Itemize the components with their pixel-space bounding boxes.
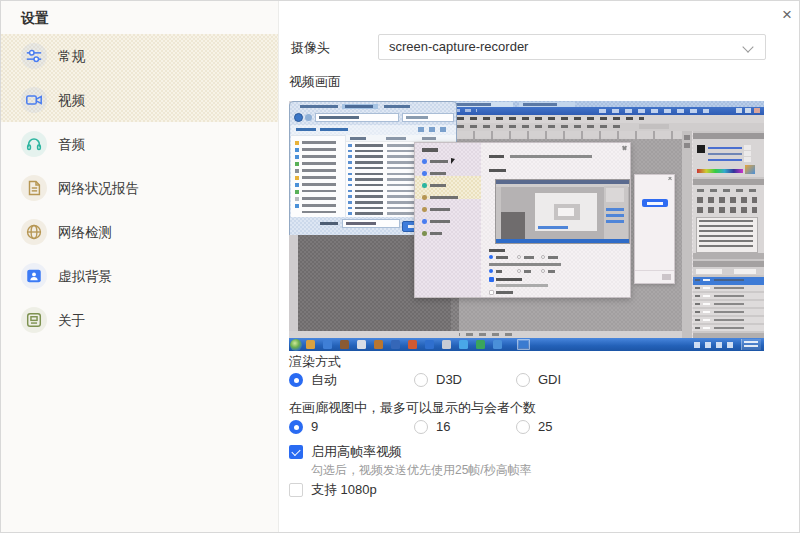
chevron-down-icon bbox=[742, 41, 753, 52]
sidebar-item-general[interactable]: 常规 bbox=[1, 34, 278, 78]
sidebar-item-label: 视频 bbox=[58, 92, 85, 110]
camera-select[interactable]: screen-capture-recorder bbox=[378, 34, 766, 60]
preview-small-window bbox=[634, 174, 675, 284]
sidebar-item-label: 网络检测 bbox=[58, 224, 112, 242]
close-icon[interactable]: × bbox=[775, 3, 799, 27]
video-camera-icon bbox=[21, 87, 47, 113]
radio-render-d3d[interactable]: D3D bbox=[414, 370, 462, 388]
checkbox-icon bbox=[289, 483, 303, 497]
preview-ps-doc-tabs bbox=[439, 131, 684, 139]
headset-icon bbox=[21, 131, 47, 157]
video-preview-label: 视频画面 bbox=[289, 73, 341, 91]
sidebar-item-label: 音频 bbox=[58, 136, 85, 154]
video-preview-frame bbox=[289, 101, 764, 351]
radio-render-gdi[interactable]: GDI bbox=[516, 370, 561, 388]
sidebar-item-audio[interactable]: 音频 bbox=[1, 122, 278, 166]
radio-icon bbox=[516, 420, 530, 434]
virtual-background-icon bbox=[21, 263, 47, 289]
radio-render-auto[interactable]: 自动 bbox=[289, 370, 337, 389]
radio-icon bbox=[516, 373, 530, 387]
preview-ps-panels bbox=[682, 131, 764, 339]
radio-gallery-25[interactable]: 25 bbox=[516, 417, 552, 435]
preview-tray-icons bbox=[694, 342, 738, 348]
sliders-icon bbox=[21, 43, 47, 69]
sidebar-item-network-report[interactable]: 网络状况报告 bbox=[1, 166, 278, 210]
preview-ps-menubar bbox=[444, 117, 644, 120]
checkbox-1080p[interactable]: 支持 1080p bbox=[289, 480, 377, 499]
radio-icon bbox=[289, 373, 303, 387]
sidebar-item-about[interactable]: 关于 bbox=[1, 298, 278, 342]
high-fps-hint: 勾选后，视频发送优先使用25帧/秒高帧率 bbox=[311, 462, 532, 479]
checkbox-icon bbox=[289, 445, 303, 459]
globe-icon bbox=[21, 219, 47, 245]
sidebar-item-virtual-background[interactable]: 虚拟背景 bbox=[1, 254, 278, 298]
sidebar: 设置 常规 视频 音频 网络状况报告 bbox=[1, 1, 279, 533]
preview-gradient-bar bbox=[697, 169, 743, 173]
checkbox-high-fps[interactable]: 启用高帧率视频 bbox=[289, 442, 402, 461]
preview-nested-screenshot bbox=[495, 179, 630, 244]
preview-cursor bbox=[451, 158, 455, 164]
about-icon bbox=[21, 307, 47, 333]
radio-gallery-16[interactable]: 16 bbox=[414, 417, 450, 435]
radio-gallery-9[interactable]: 9 bbox=[289, 417, 318, 435]
preview-back-button bbox=[294, 113, 303, 122]
sidebar-item-label: 网络状况报告 bbox=[58, 180, 139, 198]
render-mode-label: 渲染方式 bbox=[289, 353, 341, 371]
camera-select-value: screen-capture-recorder bbox=[389, 39, 528, 54]
report-document-icon bbox=[21, 175, 47, 201]
gallery-count-label: 在画廊视图中，最多可以显示的与会者个数 bbox=[289, 399, 536, 417]
sidebar-item-label: 虚拟背景 bbox=[58, 268, 112, 286]
preview-taskbar bbox=[289, 338, 764, 351]
radio-icon bbox=[414, 420, 428, 434]
sidebar-item-network-test[interactable]: 网络检测 bbox=[1, 210, 278, 254]
sidebar-item-video[interactable]: 视频 bbox=[1, 78, 278, 122]
sidebar-item-label: 关于 bbox=[58, 312, 85, 330]
sidebar-item-label: 常规 bbox=[58, 48, 85, 66]
radio-icon bbox=[414, 373, 428, 387]
camera-label: 摄像头 bbox=[291, 39, 330, 57]
radio-icon bbox=[289, 420, 303, 434]
preview-start-orb bbox=[290, 339, 302, 351]
preview-nested-settings-dialog bbox=[414, 142, 631, 298]
page-title: 设置 bbox=[21, 10, 49, 28]
settings-dialog: 设置 常规 视频 音频 网络状况报告 bbox=[0, 0, 800, 533]
